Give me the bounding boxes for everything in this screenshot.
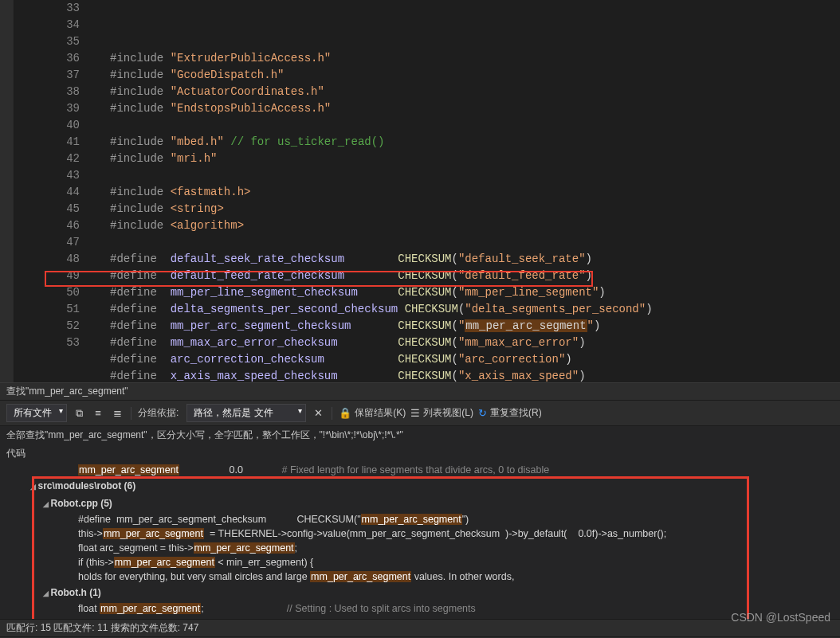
result-line[interactable]: float arc_segment = this->mm_per_arc_seg… — [6, 541, 834, 555]
result-text: #define mm_per_arc_segment_checksum CHEC… — [78, 514, 361, 525]
group-by-label: 分组依据: — [138, 406, 179, 420]
repeat-search-label: 重复查找(R) — [490, 406, 542, 420]
code-header: 代码 — [0, 444, 840, 463]
match-highlight: mm_per_arc_segment — [194, 542, 295, 554]
watermark: CSDN @LostSpeed — [731, 611, 830, 624]
list-view-button[interactable]: ☰列表视图(L) — [410, 406, 473, 420]
search-status-bar: 匹配行: 15 匹配文件: 11 搜索的文件总数: 747 — [0, 619, 840, 636]
result-text: ") — [462, 514, 469, 525]
result-line[interactable]: mm_per_arc_segment 0.0 # Fixed length fo… — [6, 463, 834, 477]
group-by-dropdown[interactable]: 路径，然后是 文件 — [186, 404, 306, 422]
result-line[interactable]: holds for everything, but very small cir… — [6, 570, 834, 584]
separator — [332, 407, 332, 420]
list-view-label: 列表视图(L) — [423, 406, 473, 420]
result-text: this-> — [78, 528, 103, 539]
match-highlight: mm_per_arc_segment — [310, 571, 411, 582]
next-result-icon[interactable]: ≣ — [110, 406, 124, 421]
code-content[interactable]: #include "ExtruderPublicAccess.h"#includ… — [94, 0, 840, 382]
result-text: if (this-> — [78, 557, 114, 568]
result-line[interactable]: this->mm_per_arc_segment = THEKERNEL->co… — [6, 526, 834, 541]
keep-results-label: 保留结果(K) — [355, 406, 406, 420]
result-text: float — [78, 603, 100, 614]
search-results[interactable]: mm_per_arc_segment 0.0 # Fixed length fo… — [0, 463, 840, 619]
find-results-title: 查找"mm_per_arc_segment" — [0, 383, 840, 401]
match-highlight: mm_per_arc_segment — [361, 514, 462, 525]
repeat-search-button[interactable]: ↻重复查找(R) — [478, 406, 542, 420]
result-text: holds for everything, but very small cir… — [78, 571, 310, 582]
result-text: float arc_segment = this-> — [78, 542, 194, 554]
result-text: < min_err_segment) { — [215, 557, 313, 568]
separator — [131, 407, 131, 420]
result-text: 0.0 — [179, 464, 282, 476]
match-highlight: mm_per_arc_segment — [78, 464, 179, 476]
result-line[interactable]: if (this->mm_per_arc_segment < min_err_s… — [6, 555, 834, 570]
match-highlight: mm_per_arc_segment — [114, 557, 215, 568]
result-line[interactable]: float mm_per_arc_segment; // Setting : U… — [6, 601, 834, 616]
copy-icon[interactable]: ⧉ — [72, 406, 86, 421]
result-comment: # Fixed length for line segments that di… — [282, 464, 550, 476]
find-results-toolbar: 所有文件 ⧉ ≡ ≣ 分组依据: 路径，然后是 文件 ✕ 🔒保留结果(K) ☰列… — [0, 401, 840, 426]
result-text: = THEKERNEL->config->value(mm_per_arc_se… — [204, 528, 666, 539]
list-icon: ☰ — [410, 407, 420, 419]
result-comment: // Setting : Used to split arcs into seg… — [287, 603, 476, 614]
result-line[interactable]: #define mm_per_arc_segment_checksum CHEC… — [6, 512, 834, 526]
code-editor[interactable]: 3334353637383940414243444546474849505152… — [0, 0, 840, 382]
find-results-panel: 查找"mm_per_arc_segment" 所有文件 ⧉ ≡ ≣ 分组依据: … — [0, 382, 840, 638]
result-text: ; — [201, 603, 287, 614]
match-highlight: mm_per_arc_segment — [100, 603, 201, 614]
scope-dropdown[interactable]: 所有文件 — [6, 404, 67, 422]
lock-icon: 🔒 — [339, 407, 351, 419]
result-file-group[interactable]: Robot.cpp (5) — [6, 495, 834, 512]
result-file-group[interactable]: Robot.h (1) — [6, 584, 834, 601]
result-folder-group[interactable]: src\modules\robot (6) — [6, 477, 834, 495]
keep-results-button[interactable]: 🔒保留结果(K) — [339, 406, 406, 420]
left-strip — [0, 0, 14, 382]
close-icon[interactable]: ✕ — [311, 406, 325, 421]
line-number-gutter: 3334353637383940414243444546474849505152… — [14, 0, 94, 382]
result-text: values. In other words, — [411, 571, 514, 582]
prev-result-icon[interactable]: ≡ — [91, 406, 105, 421]
refresh-icon: ↻ — [478, 407, 487, 419]
result-text: ; — [295, 542, 297, 554]
search-criteria-info: 全部查找"mm_per_arc_segment"，区分大小写，全字匹配，整个工作… — [0, 426, 840, 444]
match-highlight: mm_per_arc_segment — [103, 528, 204, 539]
